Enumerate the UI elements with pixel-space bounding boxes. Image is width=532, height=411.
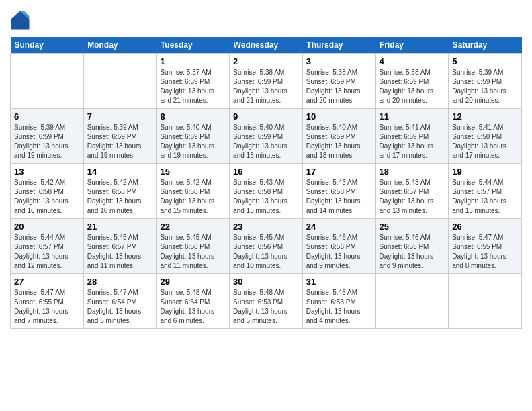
day-cell: 24Sunrise: 5:46 AM Sunset: 6:56 PM Dayli… — [302, 219, 375, 274]
day-number: 21 — [87, 222, 153, 232]
day-cell: 1Sunrise: 5:37 AM Sunset: 6:59 PM Daylig… — [157, 54, 230, 109]
day-cell: 31Sunrise: 5:48 AM Sunset: 6:53 PM Dayli… — [302, 274, 375, 329]
day-number: 28 — [87, 277, 153, 287]
day-number: 20 — [14, 222, 80, 232]
day-number: 25 — [380, 222, 445, 232]
day-cell: 21Sunrise: 5:45 AM Sunset: 6:57 PM Dayli… — [83, 219, 157, 274]
day-number: 14 — [87, 167, 153, 177]
day-cell: 4Sunrise: 5:38 AM Sunset: 6:59 PM Daylig… — [375, 54, 449, 109]
day-info: Sunrise: 5:43 AM Sunset: 6:57 PM Dayligh… — [380, 178, 445, 216]
day-number: 19 — [452, 167, 518, 177]
day-cell: 8Sunrise: 5:40 AM Sunset: 6:59 PM Daylig… — [157, 109, 230, 164]
week-row-4: 20Sunrise: 5:44 AM Sunset: 6:57 PM Dayli… — [11, 219, 522, 274]
day-number: 8 — [160, 111, 226, 122]
day-cell: 28Sunrise: 5:47 AM Sunset: 6:54 PM Dayli… — [83, 274, 157, 329]
day-number: 2 — [233, 56, 299, 66]
day-number: 15 — [160, 167, 226, 177]
column-header-monday: Monday — [83, 37, 157, 54]
day-info: Sunrise: 5:39 AM Sunset: 6:59 PM Dayligh… — [452, 68, 518, 105]
day-cell: 13Sunrise: 5:42 AM Sunset: 6:58 PM Dayli… — [11, 164, 84, 219]
day-info: Sunrise: 5:45 AM Sunset: 6:57 PM Dayligh… — [87, 233, 153, 271]
day-number: 11 — [380, 111, 445, 122]
page-header — [10, 10, 522, 30]
day-number: 6 — [14, 111, 80, 122]
day-number: 26 — [452, 222, 518, 232]
day-cell: 16Sunrise: 5:43 AM Sunset: 6:58 PM Dayli… — [230, 164, 303, 219]
day-number: 23 — [233, 222, 299, 232]
day-cell: 19Sunrise: 5:44 AM Sunset: 6:57 PM Dayli… — [449, 164, 522, 219]
day-info: Sunrise: 5:42 AM Sunset: 6:58 PM Dayligh… — [14, 178, 80, 216]
day-info: Sunrise: 5:38 AM Sunset: 6:59 PM Dayligh… — [306, 68, 372, 105]
week-row-5: 27Sunrise: 5:47 AM Sunset: 6:55 PM Dayli… — [11, 274, 522, 329]
day-cell: 3Sunrise: 5:38 AM Sunset: 6:59 PM Daylig… — [302, 54, 375, 109]
day-cell: 17Sunrise: 5:43 AM Sunset: 6:58 PM Dayli… — [302, 164, 375, 219]
day-info: Sunrise: 5:41 AM Sunset: 6:58 PM Dayligh… — [452, 123, 518, 161]
header-row: SundayMondayTuesdayWednesdayThursdayFrid… — [11, 37, 522, 54]
week-row-2: 6Sunrise: 5:39 AM Sunset: 6:59 PM Daylig… — [11, 109, 522, 164]
week-row-1: 1Sunrise: 5:37 AM Sunset: 6:59 PM Daylig… — [11, 54, 522, 109]
column-header-tuesday: Tuesday — [157, 37, 230, 54]
day-cell: 27Sunrise: 5:47 AM Sunset: 6:55 PM Dayli… — [11, 274, 84, 329]
day-cell: 7Sunrise: 5:39 AM Sunset: 6:59 PM Daylig… — [83, 109, 157, 164]
day-info: Sunrise: 5:38 AM Sunset: 6:59 PM Dayligh… — [233, 68, 299, 105]
day-info: Sunrise: 5:37 AM Sunset: 6:59 PM Dayligh… — [160, 68, 226, 105]
day-number: 29 — [160, 277, 226, 287]
day-cell — [11, 54, 84, 109]
day-cell — [449, 274, 522, 329]
day-number: 31 — [306, 277, 372, 287]
day-cell: 22Sunrise: 5:45 AM Sunset: 6:56 PM Dayli… — [157, 219, 230, 274]
column-header-thursday: Thursday — [302, 37, 375, 54]
column-header-saturday: Saturday — [449, 37, 522, 54]
day-info: Sunrise: 5:44 AM Sunset: 6:57 PM Dayligh… — [14, 233, 80, 271]
day-info: Sunrise: 5:46 AM Sunset: 6:55 PM Dayligh… — [380, 233, 445, 271]
day-number: 5 — [452, 56, 518, 66]
day-cell — [83, 54, 157, 109]
day-number: 1 — [160, 56, 226, 66]
day-info: Sunrise: 5:45 AM Sunset: 6:56 PM Dayligh… — [233, 233, 299, 271]
day-cell: 18Sunrise: 5:43 AM Sunset: 6:57 PM Dayli… — [375, 164, 449, 219]
day-cell: 10Sunrise: 5:40 AM Sunset: 6:59 PM Dayli… — [302, 109, 375, 164]
day-info: Sunrise: 5:47 AM Sunset: 6:55 PM Dayligh… — [14, 288, 80, 326]
logo-icon — [10, 10, 30, 30]
day-number: 9 — [233, 111, 299, 122]
day-info: Sunrise: 5:48 AM Sunset: 6:53 PM Dayligh… — [306, 288, 372, 326]
day-number: 16 — [233, 167, 299, 177]
calendar-table: SundayMondayTuesdayWednesdayThursdayFrid… — [10, 37, 522, 329]
day-cell: 12Sunrise: 5:41 AM Sunset: 6:58 PM Dayli… — [449, 109, 522, 164]
day-cell: 2Sunrise: 5:38 AM Sunset: 6:59 PM Daylig… — [230, 54, 303, 109]
day-number: 17 — [306, 167, 372, 177]
day-number: 30 — [233, 277, 299, 287]
day-number: 3 — [306, 56, 372, 66]
day-info: Sunrise: 5:44 AM Sunset: 6:57 PM Dayligh… — [452, 178, 518, 216]
day-number: 12 — [452, 111, 518, 122]
day-cell: 14Sunrise: 5:42 AM Sunset: 6:58 PM Dayli… — [83, 164, 157, 219]
day-info: Sunrise: 5:42 AM Sunset: 6:58 PM Dayligh… — [160, 178, 226, 216]
day-number: 10 — [306, 111, 372, 122]
day-cell: 26Sunrise: 5:47 AM Sunset: 6:55 PM Dayli… — [449, 219, 522, 274]
day-info: Sunrise: 5:48 AM Sunset: 6:54 PM Dayligh… — [160, 288, 226, 326]
column-header-sunday: Sunday — [11, 37, 84, 54]
day-info: Sunrise: 5:42 AM Sunset: 6:58 PM Dayligh… — [87, 178, 153, 216]
day-cell: 11Sunrise: 5:41 AM Sunset: 6:59 PM Dayli… — [375, 109, 449, 164]
day-number: 13 — [14, 167, 80, 177]
day-cell: 6Sunrise: 5:39 AM Sunset: 6:59 PM Daylig… — [11, 109, 84, 164]
day-info: Sunrise: 5:39 AM Sunset: 6:59 PM Dayligh… — [87, 123, 153, 161]
day-info: Sunrise: 5:43 AM Sunset: 6:58 PM Dayligh… — [306, 178, 372, 216]
day-cell — [375, 274, 449, 329]
column-header-friday: Friday — [375, 37, 449, 54]
day-info: Sunrise: 5:38 AM Sunset: 6:59 PM Dayligh… — [380, 68, 445, 105]
day-cell: 30Sunrise: 5:48 AM Sunset: 6:53 PM Dayli… — [230, 274, 303, 329]
day-cell: 20Sunrise: 5:44 AM Sunset: 6:57 PM Dayli… — [11, 219, 84, 274]
day-info: Sunrise: 5:45 AM Sunset: 6:56 PM Dayligh… — [160, 233, 226, 271]
day-info: Sunrise: 5:40 AM Sunset: 6:59 PM Dayligh… — [160, 123, 226, 161]
day-cell: 29Sunrise: 5:48 AM Sunset: 6:54 PM Dayli… — [157, 274, 230, 329]
week-row-3: 13Sunrise: 5:42 AM Sunset: 6:58 PM Dayli… — [11, 164, 522, 219]
day-cell: 9Sunrise: 5:40 AM Sunset: 6:59 PM Daylig… — [230, 109, 303, 164]
day-info: Sunrise: 5:39 AM Sunset: 6:59 PM Dayligh… — [14, 123, 80, 161]
day-number: 22 — [160, 222, 226, 232]
day-number: 27 — [14, 277, 80, 287]
day-info: Sunrise: 5:43 AM Sunset: 6:58 PM Dayligh… — [233, 178, 299, 216]
day-number: 24 — [306, 222, 372, 232]
column-header-wednesday: Wednesday — [230, 37, 303, 54]
day-cell: 23Sunrise: 5:45 AM Sunset: 6:56 PM Dayli… — [230, 219, 303, 274]
